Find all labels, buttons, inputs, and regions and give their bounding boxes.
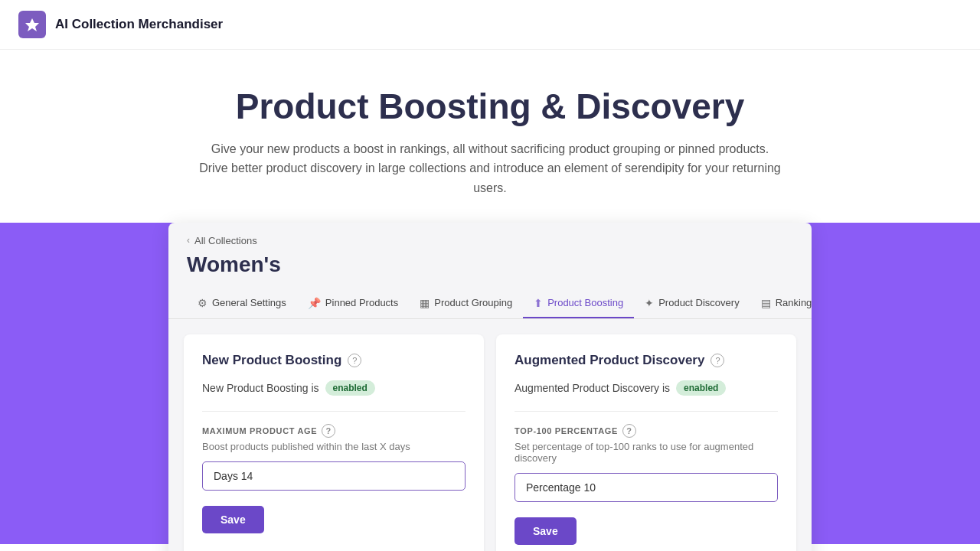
augmented-discovery-card: Augmented Product Discovery ? Augmented … [496, 334, 796, 551]
enabled-badge-boosting: enabled [325, 380, 375, 396]
ranking-icon: ▤ [761, 297, 771, 309]
days-input[interactable] [202, 461, 466, 491]
logo-icon [18, 11, 46, 38]
hero-section: Product Boosting & Discovery Give your n… [0, 50, 980, 223]
card-header-discovery: Augmented Product Discovery ? [514, 353, 778, 368]
new-product-boosting-card: New Product Boosting ? New Product Boost… [184, 334, 484, 551]
app-title: AI Collection Merchandiser [55, 17, 223, 32]
card-title-discovery: Augmented Product Discovery [514, 353, 704, 368]
hero-title: Product Boosting & Discovery [18, 86, 962, 127]
svg-marker-0 [25, 18, 39, 31]
status-row-discovery: Augmented Product Discovery is enabled [514, 380, 778, 396]
cards-area: New Product Boosting ? New Product Boost… [168, 319, 812, 551]
side-panel-left [0, 223, 176, 544]
chevron-left-icon: ‹ [187, 235, 190, 246]
hero-subtitle: Give your new products a boost in rankin… [199, 139, 781, 198]
help-icon-max-age[interactable]: ? [322, 424, 335, 438]
card-header-boosting: New Product Boosting ? [202, 353, 466, 368]
percentage-input[interactable] [514, 473, 778, 502]
pin-icon: 📌 [308, 297, 321, 309]
tab-product-grouping[interactable]: ▦ Product Grouping [409, 289, 523, 318]
save-button-boosting[interactable]: Save [202, 506, 264, 533]
tab-pinned-products[interactable]: 📌 Pinned Products [297, 289, 409, 318]
breadcrumb-link[interactable]: All Collections [194, 235, 257, 246]
gear-icon: ⚙ [198, 297, 207, 309]
enabled-badge-discovery: enabled [676, 380, 726, 396]
main-container: ‹ All Collections Women's ⚙ General Sett… [0, 223, 980, 551]
side-panel-right [804, 223, 980, 544]
field-description-top100: Set percentage of top-100 ranks to use f… [514, 441, 778, 464]
status-row-boosting: New Product Boosting is enabled [202, 380, 466, 396]
discovery-icon: ✦ [645, 297, 654, 309]
divider-discovery [514, 411, 778, 412]
tab-general-settings[interactable]: ⚙ General Settings [187, 289, 297, 318]
tab-product-discovery[interactable]: ✦ Product Discovery [634, 289, 750, 318]
help-icon-discovery[interactable]: ? [710, 354, 724, 367]
save-button-discovery[interactable]: Save [514, 517, 577, 545]
field-label-max-age: MAXIMUM PRODUCT AGE ? [202, 424, 466, 438]
help-icon-top100[interactable]: ? [622, 424, 636, 438]
app-window: ‹ All Collections Women's ⚙ General Sett… [168, 223, 812, 551]
field-description-max-age: Boost products published within the last… [202, 441, 466, 452]
field-label-top100: TOP-100 PERCENTAGE ? [514, 424, 778, 438]
grid-icon: ▦ [420, 297, 430, 309]
nav-tabs: ⚙ General Settings 📌 Pinned Products ▦ P… [168, 289, 812, 319]
breadcrumb: ‹ All Collections [168, 223, 812, 249]
divider-boosting [202, 411, 466, 412]
help-icon-boosting[interactable]: ? [348, 354, 361, 367]
tab-ranking-data[interactable]: ▤ Ranking Data [750, 289, 812, 318]
tab-product-boosting[interactable]: ⬆ Product Boosting [523, 289, 634, 318]
header: AI Collection Merchandiser [0, 0, 980, 50]
card-title-boosting: New Product Boosting [202, 353, 341, 368]
boost-icon: ⬆ [534, 297, 543, 309]
collection-title: Women's [168, 249, 812, 289]
